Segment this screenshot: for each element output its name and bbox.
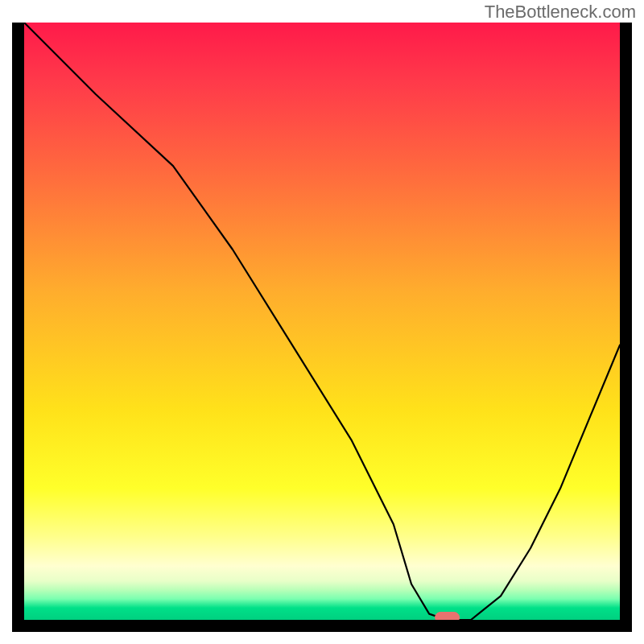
bottleneck-curve-path [24,23,620,620]
plot-area [24,23,620,620]
curve-svg [24,23,620,620]
chart-container: TheBottleneck.com [0,0,644,644]
plot-frame [12,23,632,632]
watermark-text: TheBottleneck.com [485,2,636,23]
optimal-marker [436,613,460,621]
